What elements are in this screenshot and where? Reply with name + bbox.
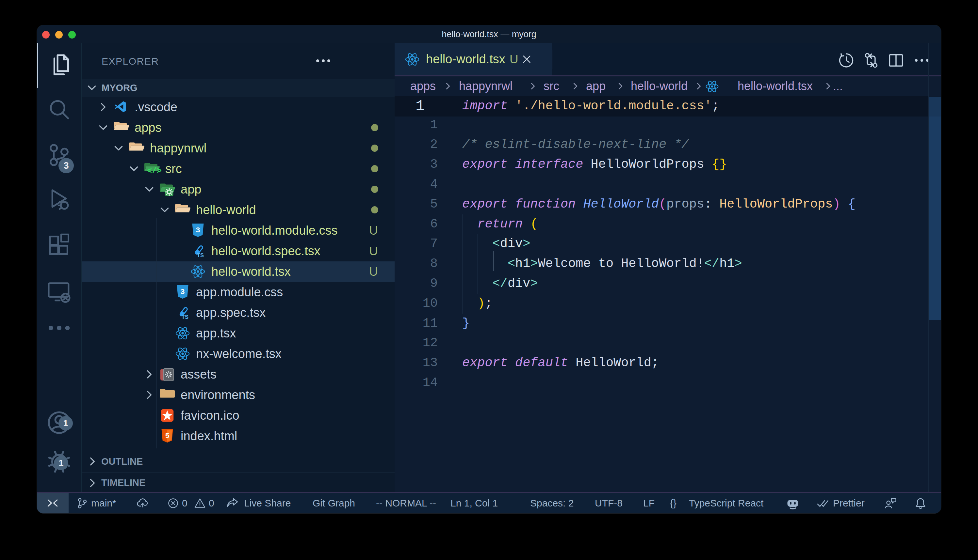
- svg-text:5: 5: [165, 431, 169, 440]
- svg-text:TS: TS: [182, 314, 189, 320]
- svg-text:3: 3: [196, 225, 200, 234]
- svg-text:3: 3: [181, 287, 185, 296]
- svg-text:TS: TS: [197, 252, 204, 258]
